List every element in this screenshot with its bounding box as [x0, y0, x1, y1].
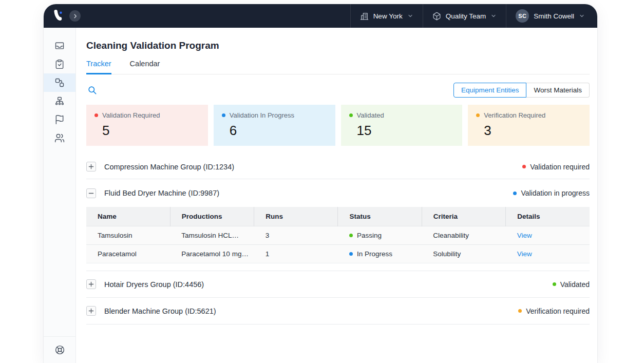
column-header-runs: Runs [254, 207, 338, 226]
clipboard-check-icon [54, 59, 65, 69]
expand-button[interactable] [86, 306, 96, 316]
status-label: Validation required [530, 163, 590, 171]
chevron-down-icon [579, 13, 585, 19]
cell-name: Tamsulosin [86, 226, 170, 245]
column-header-criteria: Criteria [422, 207, 505, 226]
team-label: Quality Team [446, 12, 486, 20]
equipment-name: Blender Machine Group (ID:5621) [104, 307, 216, 315]
users-icon [54, 133, 65, 143]
tab-calendar[interactable]: Calendar [130, 60, 160, 74]
detail-table: Name Productions Runs Status Criteria De… [86, 207, 590, 263]
search-button[interactable] [86, 84, 98, 96]
cube-icon [432, 12, 441, 21]
expand-button[interactable] [86, 279, 96, 289]
desktop-background: New York Quality Team [0, 0, 644, 363]
chevron-down-icon [407, 13, 413, 19]
status-label: Verification required [526, 307, 590, 315]
equipment-entities-toggle[interactable]: Equipment Entities [453, 83, 527, 98]
view-link[interactable]: View [517, 232, 532, 239]
user-menu[interactable]: SC Smith Cowell [506, 4, 597, 28]
status-dot [513, 192, 517, 195]
sidebar-item-inbox[interactable] [44, 36, 75, 55]
worst-materials-toggle[interactable]: Worst Materials [526, 83, 590, 98]
cell-details: View [506, 226, 590, 245]
card-validation-in-progress[interactable]: Validation In Progress 6 [214, 105, 335, 146]
status-label: Validated [560, 280, 590, 289]
sidebar [44, 28, 76, 363]
sidebar-item-tasks[interactable] [44, 55, 75, 73]
status-dot [522, 165, 526, 168]
avatar: SC [516, 9, 529, 23]
equipment-row-compression: Compression Machine Group (ID:1234) Vali… [86, 155, 590, 179]
status-badge: Verification required [518, 307, 590, 315]
sidebar-item-team[interactable] [44, 129, 75, 147]
status-dot [222, 113, 225, 117]
collapse-button[interactable] [86, 188, 96, 198]
inbox-icon [54, 41, 65, 51]
status-label: Passing [357, 232, 382, 239]
column-header-productions: Productions [170, 207, 254, 226]
card-value: 5 [102, 123, 200, 139]
card-verification-required[interactable]: Verification Required 3 [468, 105, 590, 146]
cell-status: In Progress [338, 245, 422, 263]
equipment-row-blender: Blender Machine Group (ID:5621) Verifica… [86, 298, 590, 324]
view-toggle: Equipment Entities Worst Materials [453, 83, 590, 98]
equipment-name: Hotair Dryers Group (ID:4456) [104, 280, 204, 289]
app-window: New York Quality Team [44, 4, 597, 363]
status-dot [476, 113, 480, 117]
minus-icon [88, 190, 94, 196]
chevron-down-icon [490, 13, 497, 19]
main-content: Cleaning Validation Program Tracker Cale… [76, 28, 597, 363]
cell-criteria: Cleanability [422, 226, 505, 245]
card-label: Validation Required [102, 111, 160, 119]
card-value: 3 [484, 123, 581, 139]
card-validated[interactable]: Validated 15 [341, 105, 463, 146]
status-dot [349, 252, 353, 256]
table-row: Paracetamol Paracetamol 10 mg… 1 In Prog… [86, 245, 590, 263]
equipment-list: Compression Machine Group (ID:1234) Vali… [86, 155, 590, 324]
cell-runs: 1 [254, 245, 338, 263]
status-badge: Validation required [522, 163, 590, 171]
sidebar-item-hierarchy[interactable] [44, 92, 75, 110]
sidebar-item-flags[interactable] [44, 110, 75, 129]
equipment-name: Fluid Bed Dryer Machine (ID:9987) [104, 189, 219, 197]
search-icon [87, 85, 97, 95]
building-icon [360, 12, 369, 21]
flag-icon [54, 114, 65, 125]
table-row: Tamsulosin Tamsulosin HCL… 3 Passing [86, 226, 590, 245]
column-header-name: Name [86, 207, 170, 226]
cell-status: Passing [338, 226, 422, 245]
tab-bar: Tracker Calendar [86, 60, 590, 74]
location-label: New York [373, 12, 403, 20]
user-name: Smith Cowell [534, 12, 574, 20]
tab-tracker[interactable]: Tracker [86, 60, 111, 74]
equipment-name: Compression Machine Group (ID:1234) [104, 163, 234, 171]
status-dot [518, 309, 522, 313]
lifebuoy-icon [54, 345, 65, 355]
cell-runs: 3 [254, 226, 338, 245]
cell-details: View [506, 245, 590, 263]
cell-name: Paracetamol [86, 245, 170, 263]
card-validation-required[interactable]: Validation Required 5 [86, 105, 208, 146]
team-selector[interactable]: Quality Team [423, 4, 506, 28]
card-value: 15 [357, 123, 454, 139]
sidebar-item-programs[interactable] [44, 73, 75, 92]
status-dot [553, 282, 556, 286]
hierarchy-icon [54, 96, 65, 106]
cell-productions: Tamsulosin HCL… [170, 226, 254, 245]
top-bar: New York Quality Team [44, 4, 597, 28]
status-badge: Validated [553, 280, 590, 289]
chevron-right-icon [72, 13, 78, 19]
status-badge: Validation in progress [513, 189, 590, 197]
expand-button[interactable] [86, 162, 96, 171]
equipment-row-fluid-bed: Fluid Bed Dryer Machine (ID:9987) Valida… [86, 179, 590, 207]
card-label: Validation In Progress [230, 111, 294, 119]
card-label: Verification Required [484, 111, 545, 119]
sidebar-expand-button[interactable] [69, 10, 81, 22]
card-value: 6 [230, 123, 327, 139]
view-link[interactable]: View [517, 250, 532, 258]
plus-icon [88, 308, 94, 314]
cell-criteria: Solubility [422, 245, 505, 263]
sidebar-help[interactable] [44, 336, 75, 363]
location-selector[interactable]: New York [350, 4, 423, 28]
